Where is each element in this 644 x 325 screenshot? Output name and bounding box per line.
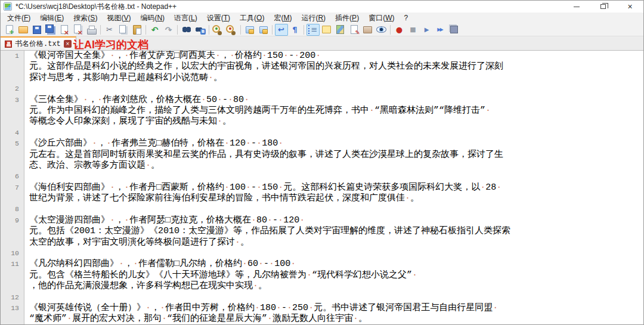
menu-tools[interactable]: 工具(O) bbox=[235, 13, 269, 24]
editor-row[interactable] bbox=[29, 83, 643, 94]
line-number-wrap[interactable] bbox=[1, 226, 19, 237]
redo-button[interactable] bbox=[162, 24, 175, 36]
line-number[interactable]: 4 bbox=[1, 128, 19, 138]
menu-help[interactable]: ? bbox=[399, 13, 413, 23]
menu-macro[interactable]: 宏(M) bbox=[269, 13, 296, 24]
editor-row[interactable]: 《银河帝国大全集》·，·作者艾萨克□阿西莫夫·，·价格约·150·-·200· bbox=[29, 51, 643, 61]
editor-row[interactable] bbox=[29, 128, 643, 138]
undo-button[interactable] bbox=[148, 24, 162, 36]
line-number[interactable]: 8 bbox=[1, 204, 19, 215]
minimize-button[interactable] bbox=[563, 1, 590, 13]
macro-save-button[interactable] bbox=[448, 24, 461, 36]
line-number[interactable]: 3 bbox=[1, 95, 19, 106]
line-number[interactable]: 13 bbox=[1, 303, 19, 314]
print-button[interactable] bbox=[85, 24, 98, 36]
line-number-margin[interactable]: 12345678910111213 bbox=[1, 51, 24, 324]
tab-close-icon[interactable]: × bbox=[64, 40, 72, 48]
line-number-wrap[interactable] bbox=[1, 193, 19, 204]
menu-window[interactable]: 窗口(W) bbox=[364, 13, 399, 24]
word-wrap-button[interactable] bbox=[275, 24, 288, 36]
editor-row[interactable] bbox=[29, 292, 643, 303]
copy-button[interactable] bbox=[117, 24, 130, 36]
menu-edit[interactable]: 编辑(E) bbox=[35, 13, 69, 24]
save-file-button[interactable] bbox=[30, 24, 44, 36]
user-defined-dialog-button[interactable] bbox=[320, 24, 333, 36]
line-number-wrap[interactable] bbox=[1, 73, 19, 83]
function-list-button[interactable] bbox=[348, 24, 361, 36]
macro-playback-button[interactable] bbox=[420, 24, 434, 36]
text-area[interactable]: 《银河帝国大全集》·，·作者艾萨克□阿西莫夫·，·价格约·150·-·200·元… bbox=[24, 51, 643, 324]
sync-horizontal-scroll-button[interactable] bbox=[257, 24, 270, 36]
menu-plugins[interactable]: 插件(P) bbox=[330, 13, 364, 24]
macro-record-button[interactable] bbox=[393, 24, 406, 36]
macro-stop-button[interactable] bbox=[407, 24, 420, 36]
editor-row[interactable]: 探讨与思考，其影响力早已超越科幻小说范畴·。 bbox=[29, 73, 643, 83]
sync-vertical-scroll-button[interactable] bbox=[243, 24, 256, 36]
line-number-wrap[interactable] bbox=[1, 237, 19, 248]
line-number[interactable]: 11 bbox=[1, 259, 19, 270]
editor-row[interactable]: 《凡尔纳科幻四部曲》·，·作者儒勒□凡尔纳，价格约·60·-·100· bbox=[29, 259, 643, 270]
close-window-button[interactable]: × bbox=[617, 1, 643, 13]
macro-run-multiple-button[interactable] bbox=[434, 24, 447, 36]
zoom-out-button[interactable] bbox=[225, 24, 239, 36]
menu-view[interactable]: 视图(V) bbox=[102, 13, 135, 24]
line-number-wrap[interactable] bbox=[1, 270, 19, 281]
editor-row[interactable]: 世纪为背景，讲述了七个探险家前往海伯利安星球的冒险，书中情节跌宕起伏，深度和广度… bbox=[29, 193, 643, 204]
editor-row[interactable]: 元。作为中国科幻的巅峰之作，描绘了人类与三体文明跨越两千万年的生死博弈，书中·“… bbox=[29, 106, 643, 116]
find-button[interactable] bbox=[180, 24, 193, 36]
folder-as-workspace-button[interactable] bbox=[361, 24, 374, 36]
line-number-wrap[interactable] bbox=[1, 314, 19, 324]
editor-row[interactable]: 《海伯利安四部曲》·，·作者丹□西蒙斯，价格约·100·-·150·元。这部科幻… bbox=[29, 182, 643, 193]
editor-row[interactable]: 《银河英雄传说（全十册）》·，·作者田中芳树，价格约·180·-·250·元。书… bbox=[29, 303, 643, 314]
line-number[interactable]: 7 bbox=[1, 182, 19, 193]
save-all-button[interactable] bbox=[44, 24, 57, 36]
tab-shuming-jiage-txt[interactable]: 书名价格.txt × bbox=[1, 36, 76, 50]
editor-row[interactable]: 《沙丘六部曲》·，·作者弗兰克□赫伯特，价格在·120·-·180· bbox=[29, 138, 643, 149]
line-number-wrap[interactable] bbox=[1, 106, 19, 116]
editor-row[interactable]: “魔术师”·展开的宏大对决，那句·“我们的征途是星辰大海”·激励无数人向往宇宙·… bbox=[29, 314, 643, 324]
open-file-button[interactable] bbox=[17, 24, 30, 36]
editor-row[interactable]: 态、政治、宗教等多方面议题·。 bbox=[29, 160, 643, 171]
line-number-wrap[interactable] bbox=[1, 150, 19, 160]
menu-file[interactable]: 文件(F) bbox=[2, 13, 35, 24]
line-number-wrap[interactable] bbox=[1, 116, 19, 127]
menu-run[interactable]: 运行(R) bbox=[296, 13, 330, 24]
editor[interactable]: 12345678910111213 《银河帝国大全集》·，·作者艾萨克□阿西莫夫… bbox=[1, 51, 643, 324]
editor-row[interactable]: 元。包括《2001：太空漫游》《2010：太空漫游》等，作品拓展了人类对宇宙理解… bbox=[29, 226, 643, 237]
editor-row[interactable]: 《三体全集》·，·作者刘慈欣，价格大概在·50·-·80· bbox=[29, 95, 643, 106]
restore-down-button[interactable] bbox=[590, 1, 617, 13]
editor-row[interactable]: 太空的故事，对宇宙文明演化等终极问题进行了探讨·。 bbox=[29, 237, 643, 248]
editor-row[interactable] bbox=[29, 171, 643, 182]
paste-button[interactable] bbox=[131, 24, 144, 36]
editor-row[interactable] bbox=[29, 248, 643, 259]
editor-row[interactable]: 元。这部作品是科幻小说的经典之作，以宏大的宇宙视角，讲述银河帝国的兴衰历程，对人… bbox=[29, 61, 643, 72]
menu-encoding[interactable]: 编码(N) bbox=[135, 13, 169, 24]
new-file-button[interactable] bbox=[3, 24, 16, 36]
zoom-in-button[interactable] bbox=[212, 24, 225, 36]
indent-guide-button[interactable] bbox=[306, 24, 320, 36]
replace-button[interactable] bbox=[194, 24, 207, 36]
line-number[interactable]: 2 bbox=[1, 83, 19, 94]
line-number[interactable]: 5 bbox=[1, 138, 19, 149]
line-number-wrap[interactable] bbox=[1, 61, 19, 72]
document-map-button[interactable] bbox=[334, 24, 347, 36]
editor-row[interactable] bbox=[29, 204, 643, 215]
editor-row[interactable]: 《太空漫游四部曲》·，·作者阿瑟□克拉克，价格大概在·80·-·120· bbox=[29, 215, 643, 226]
menu-settings[interactable]: 设置(T) bbox=[202, 13, 235, 24]
line-number[interactable]: 6 bbox=[1, 171, 19, 182]
line-number[interactable]: 9 bbox=[1, 215, 19, 226]
close-all-button[interactable] bbox=[72, 24, 85, 36]
cut-button[interactable] bbox=[103, 24, 116, 36]
editor-row[interactable]: 元。包含《格兰特船长的儿女》《八十天环游地球》等，凡尔纳被誉为·“现代科学幻想小… bbox=[29, 270, 643, 281]
menu-search[interactable]: 搜索(S) bbox=[69, 13, 102, 24]
line-number[interactable]: 12 bbox=[1, 292, 19, 303]
close-file-button[interactable] bbox=[58, 24, 71, 36]
menu-language[interactable]: 语言(L) bbox=[169, 13, 202, 24]
show-all-characters-button[interactable] bbox=[289, 24, 302, 36]
line-number-wrap[interactable] bbox=[1, 160, 19, 171]
line-number-wrap[interactable] bbox=[1, 281, 19, 292]
monitoring-button[interactable] bbox=[375, 24, 388, 36]
line-number[interactable]: 1 bbox=[1, 51, 19, 61]
editor-row[interactable]: ，他的作品充满浪漫想象，许多科学构想已在现实中实现·。 bbox=[29, 281, 643, 292]
editor-row[interactable]: 等概念令人印象深刻，展现了宇宙的残酷与未知·。 bbox=[29, 116, 643, 127]
